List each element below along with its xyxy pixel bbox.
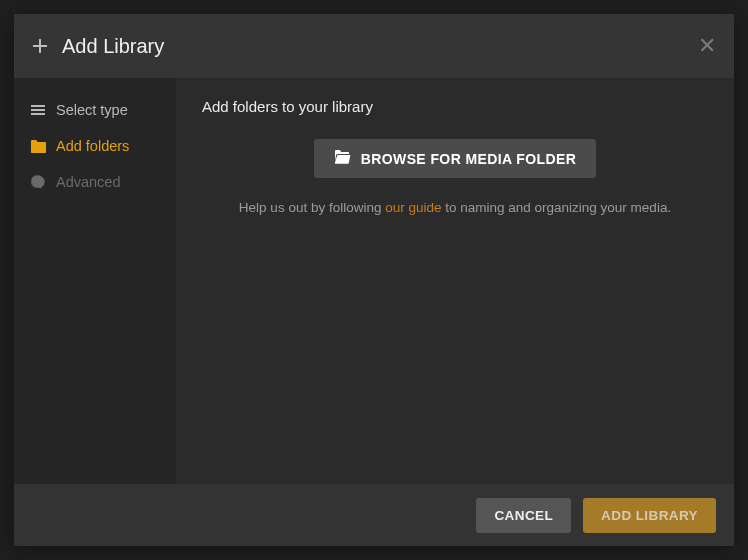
sidebar-item-add-folders[interactable]: Add folders [14, 128, 176, 164]
modal-header: Add Library ✕ [14, 14, 734, 78]
list-icon [30, 103, 46, 117]
sidebar-item-select-type[interactable]: Select type [14, 92, 176, 128]
add-library-button[interactable]: ADD LIBRARY [583, 498, 716, 533]
help-guide-link[interactable]: our guide [385, 200, 441, 215]
sidebar-item-advanced: Advanced [14, 164, 176, 200]
wizard-content: Add folders to your library BROWSE FOR M… [176, 78, 734, 484]
close-icon[interactable]: ✕ [698, 35, 716, 57]
wizard-sidebar: Select type Add folders Advanced [14, 78, 176, 484]
browse-row: BROWSE FOR MEDIA FOLDER [202, 139, 708, 178]
folder-icon [30, 140, 46, 153]
help-suffix: to naming and organizing your media. [442, 200, 672, 215]
content-heading: Add folders to your library [202, 98, 708, 115]
help-prefix: Help us out by following [239, 200, 385, 215]
sidebar-item-label: Advanced [56, 174, 121, 190]
plus-icon [32, 38, 48, 54]
sidebar-item-label: Select type [56, 102, 128, 118]
browse-media-folder-button[interactable]: BROWSE FOR MEDIA FOLDER [314, 139, 597, 178]
modal-footer: CANCEL ADD LIBRARY [14, 484, 734, 546]
cancel-button[interactable]: CANCEL [476, 498, 571, 533]
folder-open-icon [334, 150, 351, 167]
add-library-modal: Add Library ✕ Select type Add folders [14, 14, 734, 546]
modal-body: Select type Add folders Advanced Add fol… [14, 78, 734, 484]
gear-icon [30, 175, 46, 189]
sidebar-item-label: Add folders [56, 138, 129, 154]
browse-button-label: BROWSE FOR MEDIA FOLDER [361, 151, 577, 167]
modal-title: Add Library [62, 35, 164, 58]
help-text: Help us out by following our guide to na… [202, 200, 708, 215]
